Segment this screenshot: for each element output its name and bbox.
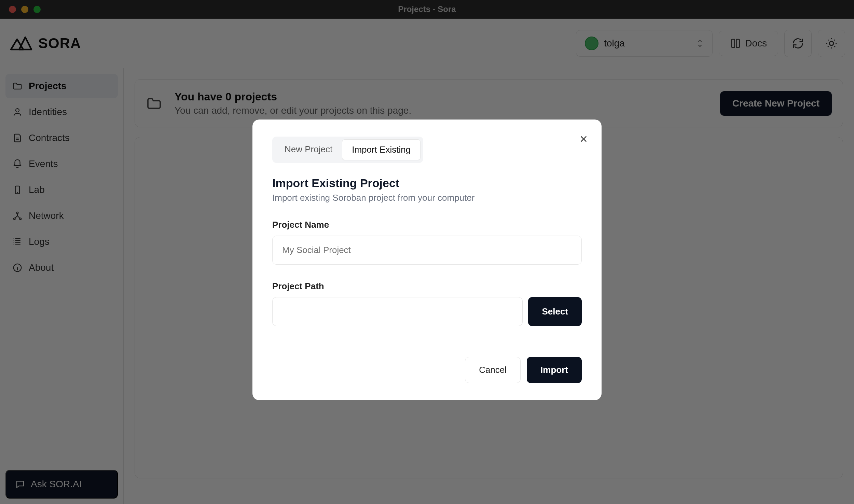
import-project-modal: ✕ New Project Import Existing Import Exi… [252, 120, 602, 400]
select-path-button[interactable]: Select [528, 297, 582, 326]
project-name-label: Project Name [272, 220, 582, 230]
modal-title: Import Existing Project [272, 177, 582, 190]
modal-overlay[interactable]: ✕ New Project Import Existing Import Exi… [0, 0, 854, 504]
import-button[interactable]: Import [527, 357, 582, 383]
project-path-label: Project Path [272, 281, 582, 292]
tab-new-project[interactable]: New Project [275, 139, 342, 160]
modal-close-button[interactable]: ✕ [579, 133, 588, 145]
close-icon: ✕ [579, 134, 588, 145]
modal-tabs: New Project Import Existing [272, 137, 423, 163]
tab-import-existing[interactable]: Import Existing [342, 139, 421, 160]
modal-subtitle: Import existing Soroban project from you… [272, 193, 582, 203]
project-path-input[interactable] [272, 297, 523, 326]
project-name-input[interactable] [272, 236, 582, 265]
cancel-button[interactable]: Cancel [465, 357, 521, 383]
